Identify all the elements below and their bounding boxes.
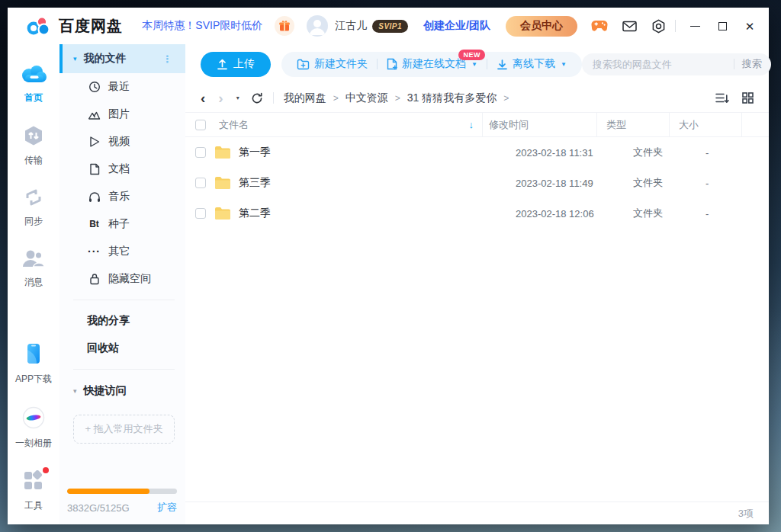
maximize-button[interactable] [712,16,732,36]
row-checkbox-1[interactable] [195,147,206,158]
svip-badge[interactable]: SVIP1 [372,20,408,33]
sidebar-item-recent[interactable]: 最近 [59,73,185,101]
sidebar-item-torrents[interactable]: Bt 种子 [59,210,185,238]
close-button[interactable]: ✕ [740,16,760,36]
transfer-icon [23,125,44,149]
titlebar-divider [675,20,676,32]
row-checkbox-3[interactable] [195,208,206,219]
bt-icon: Bt [88,218,101,231]
rail-item-message[interactable]: 消息 [22,248,45,289]
videos-label: 视频 [108,135,130,149]
rail-item-home[interactable]: 首页 [19,62,48,104]
rail-item-sync[interactable]: 同步 [23,187,44,228]
chevron-down-icon: ▼ [471,61,477,68]
search-button[interactable]: 搜索 [742,57,762,71]
window-controls: ✕ [685,16,760,36]
documents-label: 文档 [108,162,130,176]
sidebar-item-hidden-space[interactable]: 隐藏空间 [59,265,185,293]
offline-download-button[interactable]: 离线下载 ▼ [487,57,576,71]
mail-icon[interactable] [622,21,637,32]
sidebar-item-recycle-bin[interactable]: 回收站 [59,335,185,362]
minimize-icon [690,26,700,27]
row-checkbox-2[interactable] [195,178,206,188]
grid-view-icon[interactable] [742,92,754,104]
select-all-checkbox[interactable] [195,120,206,130]
file-name[interactable]: 第三季 [239,176,271,190]
rail-item-tools[interactable]: 工具 [23,470,44,512]
triangle-down-icon-quick: ▾ [73,387,77,395]
header-size-label: 大小 [679,118,699,132]
message-icon [22,248,45,271]
header-cell-type[interactable]: 类型 [597,113,670,136]
new-online-doc-label: 新建在线文档 [402,57,466,71]
create-team-link[interactable]: 创建企业/团队 [423,19,490,33]
drop-favorite-folder-zone[interactable]: + 拖入常用文件夹 [73,415,175,444]
back-button[interactable]: ‹ [201,91,205,105]
file-row-2[interactable]: 第三季 2023-02-18 11:49 文件夹 - [185,168,769,198]
hidden-space-label: 隐藏空间 [108,272,151,286]
breadcrumb-item-1[interactable]: 中文资源 [346,91,388,105]
new-online-doc-button[interactable]: NEW 新建在线文档 ▼ [378,57,487,71]
expand-storage-link[interactable]: 扩容 [157,501,177,514]
sidebar-item-my-share[interactable]: 我的分享 [59,307,185,335]
file-modified-time: 2023-02-18 12:06 [509,208,624,220]
sidebar-item-my-files[interactable]: ▾ 我的文件 ⋮ [59,44,185,73]
minimize-button[interactable] [685,16,705,36]
breadcrumb-item-current[interactable]: 31 猜猜我有多爱你 [407,91,497,105]
file-modified-time: 2023-02-18 11:31 [509,147,624,159]
settings-gear-icon[interactable] [651,19,666,34]
item-count: 3项 [738,507,754,521]
sidebar-item-quick-access[interactable]: ▾ 快捷访问 [59,377,185,405]
file-name[interactable]: 第一季 [239,146,271,159]
rail-item-app-download[interactable]: APP下载 [15,342,52,386]
file-name[interactable]: 第二季 [239,207,271,220]
sidebar-item-videos[interactable]: 视频 [59,128,185,155]
lock-icon [88,273,101,286]
new-folder-button[interactable]: 新建文件夹 [288,57,377,71]
breadcrumb-item-root[interactable]: 我的网盘 [284,91,326,105]
app-title: 百度网盘 [59,16,123,37]
rail-label-transfer: 传输 [24,154,43,167]
promo-link[interactable]: 本周特惠！SVIP限时低价 [142,19,262,33]
recent-label: 最近 [108,80,130,94]
rail-label-tools: 工具 [24,499,43,512]
search-input[interactable] [593,59,726,70]
header-cell-time[interactable]: 修改时间 [483,113,597,136]
upload-button[interactable]: 上传 [201,52,271,77]
forward-button[interactable]: › [218,91,223,105]
username[interactable]: 江古儿 [335,19,367,33]
more-dots-icon[interactable]: ⋮ [162,53,173,65]
rail-label-message: 消息 [24,276,43,289]
folder-icon [214,207,231,220]
history-caret-icon[interactable]: ▾ [236,95,239,101]
tools-icon [23,470,44,495]
tools-notification-dot [43,467,49,473]
sort-desc-icon[interactable]: ↓ [469,119,474,130]
member-center-button[interactable]: 会员中心 [506,16,577,37]
new-folder-label: 新建文件夹 [314,57,368,71]
sidebar-item-documents[interactable]: 文档 [59,155,185,183]
sidebar: ▾ 我的文件 ⋮ 最近 [59,44,185,524]
header-name-label[interactable]: 文件名 [219,118,249,132]
rail-item-album[interactable]: 一刻相册 [15,406,52,450]
breadcrumb-separator: > [333,93,339,104]
game-center-icon[interactable] [591,20,608,32]
rail-item-transfer[interactable]: 传输 [23,125,44,167]
file-table-header: 文件名 ↓ 修改时间 类型 大小 [185,112,769,137]
header-cell-size[interactable]: 大小 [670,113,742,136]
ellipsis-icon: ··· [88,245,101,258]
view-controls [715,92,754,104]
file-row-3[interactable]: 第二季 2023-02-18 12:06 文件夹 - [185,198,769,229]
folder-icon [214,176,231,190]
sidebar-item-music[interactable]: 音乐 [59,183,185,210]
file-row-1[interactable]: 第一季 2023-02-18 11:31 文件夹 - [185,137,769,168]
storage-usage: 3832G/5125G [67,502,130,514]
gift-icon[interactable] [275,16,294,36]
sort-list-icon[interactable] [715,92,729,104]
file-type: 文件夹 [624,146,696,159]
chevron-down-icon-2: ▼ [561,61,567,68]
sidebar-item-others[interactable]: ··· 其它 [59,238,185,265]
refresh-button[interactable] [251,92,263,104]
user-avatar[interactable] [307,15,328,37]
sidebar-item-images[interactable]: 图片 [59,101,185,128]
